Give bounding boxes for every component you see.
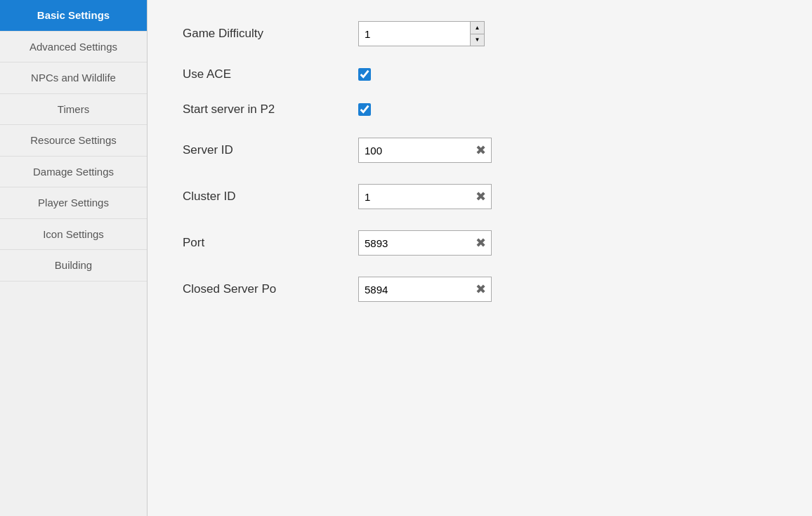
spinner-down-game-difficulty[interactable]: ▼ xyxy=(471,34,484,46)
sidebar-item-basic-settings[interactable]: Basic Settings xyxy=(0,0,147,32)
settings-row-game-difficulty: Game Difficulty▲▼ xyxy=(183,21,777,46)
sidebar-item-player-settings[interactable]: Player Settings xyxy=(0,187,147,219)
sidebar-item-advanced-settings[interactable]: Advanced Settings xyxy=(0,32,147,63)
spinner-buttons-game-difficulty: ▲▼ xyxy=(471,21,485,46)
sidebar-item-resource-settings[interactable]: Resource Settings xyxy=(0,125,147,157)
text-input-wrapper-server-id: ✖ xyxy=(358,138,492,163)
settings-control-cluster-id: ✖ xyxy=(358,184,492,209)
text-input-wrapper-closed-server-port: ✖ xyxy=(358,277,492,302)
sidebar-item-npcs-wildlife[interactable]: NPCs and Wildlife xyxy=(0,62,147,94)
spinner-up-game-difficulty[interactable]: ▲ xyxy=(471,22,484,34)
text-input-wrapper-port: ✖ xyxy=(358,230,492,256)
checkbox-start-server-p2[interactable] xyxy=(358,103,371,116)
sidebar-item-icon-settings[interactable]: Icon Settings xyxy=(0,219,147,251)
settings-label-game-difficulty: Game Difficulty xyxy=(183,27,358,41)
clear-button-server-id[interactable]: ✖ xyxy=(473,143,487,157)
sidebar: Basic SettingsAdvanced SettingsNPCs and … xyxy=(0,0,148,516)
settings-control-port: ✖ xyxy=(358,230,492,256)
settings-control-start-server-p2 xyxy=(358,103,371,116)
settings-label-port: Port xyxy=(183,236,358,250)
checkbox-use-ace[interactable] xyxy=(358,68,371,81)
spinner-input-game-difficulty[interactable] xyxy=(358,21,471,46)
text-input-wrapper-cluster-id: ✖ xyxy=(358,184,492,209)
clear-button-port[interactable]: ✖ xyxy=(473,236,487,250)
settings-control-server-id: ✖ xyxy=(358,138,492,163)
settings-label-server-id: Server ID xyxy=(183,143,358,157)
settings-row-port: Port✖ xyxy=(183,230,777,256)
sidebar-item-building[interactable]: Building xyxy=(0,250,147,282)
settings-control-closed-server-port: ✖ xyxy=(358,277,492,302)
settings-label-closed-server-port: Closed Server Po xyxy=(183,282,358,296)
settings-label-start-server-p2: Start server in P2 xyxy=(183,102,358,117)
clear-button-closed-server-port[interactable]: ✖ xyxy=(473,282,487,296)
main-content: Game Difficulty▲▼Use ACEStart server in … xyxy=(148,0,812,516)
text-input-port[interactable] xyxy=(358,230,492,256)
text-input-closed-server-port[interactable] xyxy=(358,277,492,302)
settings-row-closed-server-port: Closed Server Po✖ xyxy=(183,277,777,302)
settings-row-server-id: Server ID✖ xyxy=(183,138,777,163)
text-input-server-id[interactable] xyxy=(358,138,492,163)
settings-control-game-difficulty: ▲▼ xyxy=(358,21,485,46)
settings-label-cluster-id: Cluster ID xyxy=(183,190,358,204)
settings-control-use-ace xyxy=(358,68,371,81)
settings-row-use-ace: Use ACE xyxy=(183,67,777,81)
settings-row-start-server-p2: Start server in P2 xyxy=(183,102,777,117)
sidebar-item-damage-settings[interactable]: Damage Settings xyxy=(0,157,147,188)
sidebar-item-timers[interactable]: Timers xyxy=(0,94,147,126)
settings-row-cluster-id: Cluster ID✖ xyxy=(183,184,777,209)
text-input-cluster-id[interactable] xyxy=(358,184,492,209)
clear-button-cluster-id[interactable]: ✖ xyxy=(473,190,487,204)
spinner-wrapper-game-difficulty: ▲▼ xyxy=(358,21,485,46)
settings-label-use-ace: Use ACE xyxy=(183,67,358,81)
